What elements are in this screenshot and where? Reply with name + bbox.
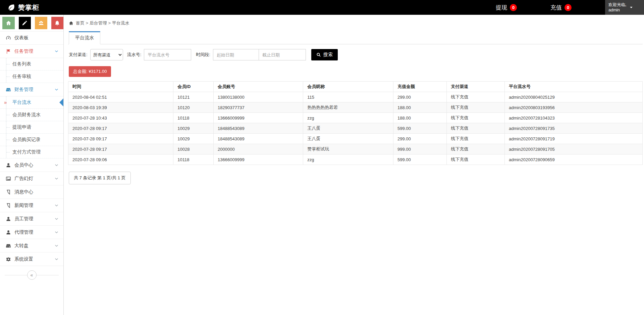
sidebar-item-label: 财务管理	[14, 87, 54, 93]
table-cell: 13800138000	[214, 92, 303, 102]
pagination-summary: 共 7 条记录 第 1 页/共 1 页	[69, 172, 131, 184]
quick-icon-bar	[0, 15, 63, 31]
sidebar-collapse-bar: «	[0, 268, 63, 282]
breadcrumb-item[interactable]: 后台管理	[90, 20, 107, 26]
table-cell: admin20200728090659	[505, 154, 643, 165]
breadcrumb-separator: >	[85, 20, 90, 26]
table-cell: 2020-08-04 02:51	[68, 92, 173, 102]
recharge-label: 充值	[550, 4, 562, 11]
sidebar: 仪表板任务管理任务列表任务审核财务管理»平台流水会员财务流水提现申请会员购买记录…	[0, 15, 64, 315]
gear-icon	[5, 257, 11, 262]
table-cell: 10029	[173, 123, 214, 134]
brand: 赞掌柜	[0, 3, 39, 12]
table-cell: admin20200803193956	[505, 102, 643, 113]
sidebar-item[interactable]: 新闻管理	[0, 199, 63, 212]
home-quick-button[interactable]	[2, 17, 15, 29]
table-cell: zzg	[303, 154, 393, 165]
table-cell: 2020-07-28 09:17	[68, 144, 173, 154]
search-button[interactable]: 搜索	[311, 49, 338, 60]
table-cell: 线下充值	[447, 113, 505, 123]
recharge-link[interactable]: 充值 0	[550, 4, 572, 11]
time-label: 时间段:	[196, 52, 210, 58]
breadcrumb-separator: >	[107, 20, 112, 26]
sidebar-item[interactable]: 财务管理	[0, 83, 63, 96]
breadcrumb-item[interactable]: 首页	[76, 20, 85, 26]
table-row: 2020-07-28 09:061011813666009999zzg599.0…	[68, 154, 643, 165]
caret-down-icon	[629, 5, 633, 9]
table-cell: 2020-08-03 19:39	[68, 102, 173, 113]
table-cell: 18488543089	[214, 123, 303, 134]
leaf-logo-icon	[7, 3, 15, 11]
sidebar-item[interactable]: 任务管理	[0, 45, 63, 58]
sidebar-item[interactable]: 任务列表	[0, 58, 63, 71]
chevron-down-icon	[54, 87, 59, 92]
table-header-cell: 平台流水号	[505, 82, 643, 92]
table-cell: 2020-07-28 09:17	[68, 134, 173, 144]
sidebar-item[interactable]: 仪表板	[0, 31, 63, 45]
bell-quick-button[interactable]	[51, 17, 64, 29]
sidebar-item-label: 大转盘	[14, 243, 54, 249]
chevron-down-icon	[54, 203, 59, 208]
topbar: 赞掌柜 提现 0 充值 0 欢迎光临, admin	[0, 0, 644, 15]
table-cell: 13666009999	[214, 113, 303, 123]
table-cell: 赞掌柜试玩	[303, 144, 393, 154]
sidebar-item[interactable]: 会员购买记录	[0, 134, 63, 146]
sidebar-item[interactable]: 会员财务流水	[0, 109, 63, 121]
sidebar-item[interactable]: 提现申请	[0, 121, 63, 134]
flow-table: 时间会员ID会员账号会员昵称充值金额支付渠道平台流水号 2020-08-04 0…	[68, 81, 643, 165]
serial-label: 流水号:	[127, 52, 142, 58]
table-cell: 2020-07-28 10:43	[68, 113, 173, 123]
tab-bar: 平台流水	[68, 31, 643, 44]
sidebar-item[interactable]: 广告幻灯	[0, 172, 63, 185]
sidebar-item[interactable]: 系统设置	[0, 253, 63, 266]
table-cell: 10118	[173, 154, 214, 165]
sidebar-item-label: 仪表板	[14, 35, 59, 41]
image-icon	[5, 176, 11, 181]
withdraw-label: 提现	[496, 4, 507, 11]
sidebar-item-active[interactable]: »平台流水	[0, 96, 63, 109]
sidebar-item-label: 新闻管理	[14, 203, 54, 209]
filter-bar: 支付渠道: 所有渠道 流水号: 时间段: 搜索	[69, 49, 643, 60]
sidebar-item[interactable]: 员工管理	[0, 212, 63, 226]
sidebar-item-label: 会员财务流水	[12, 112, 41, 118]
end-date-input[interactable]	[259, 49, 306, 60]
channel-label: 支付渠道:	[69, 52, 88, 58]
table-header-cell: 会员昵称	[303, 82, 393, 92]
chevron-down-icon	[54, 163, 59, 167]
serial-input[interactable]	[144, 49, 191, 60]
table-cell: admin20200728104323	[505, 113, 643, 123]
start-date-input[interactable]	[213, 49, 259, 60]
sidebar-item[interactable]: 支付方式管理	[0, 146, 63, 159]
sidebar-item[interactable]: 代理管理	[0, 226, 63, 239]
user-menu[interactable]: 欢迎光临, admin	[605, 0, 644, 15]
channel-select[interactable]: 所有渠道	[90, 49, 123, 60]
sidebar-item[interactable]: 消息中心	[0, 185, 63, 199]
pencil-icon	[22, 20, 28, 26]
sidebar-item[interactable]: 任务审核	[0, 71, 63, 83]
table-cell: 线下充值	[447, 134, 505, 144]
pencil-quick-button[interactable]	[19, 17, 31, 29]
table-row: 2020-07-28 09:171002918488543089王八蛋599.0…	[68, 123, 643, 134]
table-cell: 299.00	[393, 92, 446, 102]
sidebar-collapse-button[interactable]: «	[27, 270, 37, 280]
chevron-down-icon	[54, 49, 59, 53]
sidebar-item-label: 任务列表	[12, 61, 31, 67]
layout: 仪表板任务管理任务列表任务审核财务管理»平台流水会员财务流水提现申请会员购买记录…	[0, 15, 644, 315]
sidebar-item[interactable]: 会员中心	[0, 159, 63, 172]
withdraw-link[interactable]: 提现 0	[496, 4, 517, 11]
table-row: 2020-07-28 10:431011813666009999zzg188.0…	[68, 113, 643, 123]
tab-platform-flow[interactable]: 平台流水	[69, 31, 100, 44]
dashboard-icon	[5, 35, 11, 41]
bookmark-icon	[5, 189, 11, 195]
table-row: 2020-08-04 02:511012113800138000115299.0…	[68, 92, 643, 102]
username: admin	[608, 8, 620, 12]
table-cell: 线下充值	[447, 144, 505, 154]
users-quick-button[interactable]	[35, 17, 47, 29]
table-cell: 115	[303, 92, 393, 102]
sidebar-item-label: 系统设置	[14, 256, 54, 262]
bell-icon	[54, 20, 60, 26]
sidebar-item[interactable]: 大转盘	[0, 239, 63, 253]
sidebar-item-label: 广告幻灯	[14, 176, 54, 182]
sidebar-item-label: 消息中心	[14, 189, 59, 195]
table-cell: 18290377737	[214, 102, 303, 113]
